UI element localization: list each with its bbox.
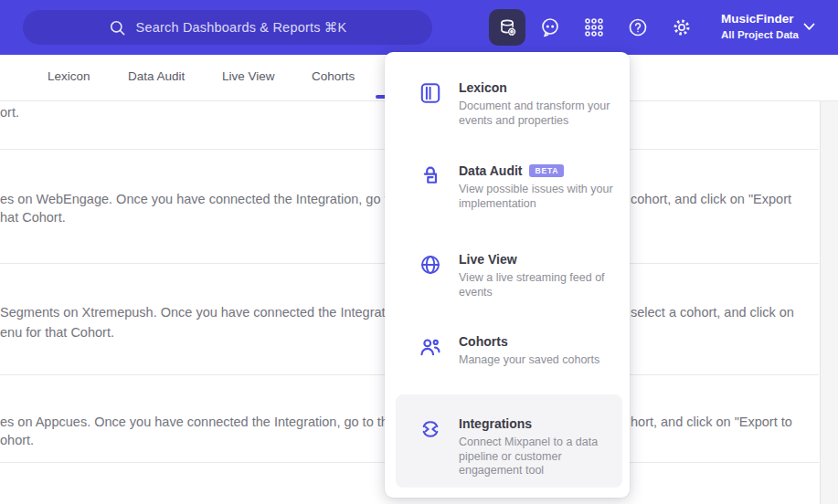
tab-data-audit[interactable]: Data Audit — [128, 69, 185, 83]
menu-item-cohorts[interactable]: Cohorts Manage your saved cohorts — [419, 334, 620, 368]
help-button[interactable] — [627, 16, 649, 38]
feedback-icon — [539, 16, 561, 38]
menu-item-data-audit[interactable]: Data AuditBETA View possible issues with… — [419, 163, 620, 211]
data-management-icon — [497, 17, 518, 38]
search-icon — [109, 19, 126, 37]
project-name: MusicFinder — [721, 12, 799, 26]
row-text-fragment: select a cohort, and click on — [631, 305, 794, 320]
project-scope: All Project Data — [721, 28, 799, 41]
cohorts-icon — [419, 335, 442, 359]
integrations-icon — [419, 417, 442, 441]
search-placeholder: Search Dashboards & Reports ⌘K — [136, 20, 347, 35]
menu-item-live-view[interactable]: Live View View a live streaming feed of … — [419, 252, 620, 299]
menu-item-description: View a live streaming feed of events — [459, 271, 616, 299]
menu-item-description: Connect Mixpanel to a data pipeline or c… — [459, 436, 616, 478]
row-text-fragment: ort. — [0, 105, 19, 121]
top-navigation-bar: Search Dashboards & Reports ⌘K — [0, 0, 838, 55]
live-view-icon — [419, 253, 442, 277]
menu-item-title: Live View — [459, 252, 616, 267]
data-audit-icon — [419, 164, 442, 188]
lexicon-icon — [419, 81, 442, 105]
apps-grid-icon — [583, 16, 605, 38]
menu-item-title: Integrations — [459, 416, 616, 431]
row-text-fragment: enu for that Cohort. — [0, 325, 114, 341]
row-text-fragment: es on WebEngage. Once you have connected… — [0, 192, 418, 207]
search-input[interactable]: Search Dashboards & Reports ⌘K — [23, 10, 432, 45]
menu-item-lexicon[interactable]: Lexicon Document and transform your even… — [419, 80, 620, 128]
project-selector[interactable]: MusicFinder All Project Data — [721, 12, 799, 41]
menu-item-title: Cohorts — [459, 334, 599, 349]
settings-icon — [671, 16, 693, 38]
tab-cohorts[interactable]: Cohorts — [312, 69, 355, 83]
feedback-button[interactable] — [539, 16, 561, 38]
tab-live-view[interactable]: Live View — [222, 69, 275, 83]
menu-item-description: Manage your saved cohorts — [459, 353, 599, 368]
settings-button[interactable] — [671, 16, 693, 38]
menu-item-title: Lexicon — [459, 80, 616, 95]
row-text-fragment: hat Cohort. — [0, 210, 66, 226]
row-text-fragment: Segments on Xtremepush. Once you have co… — [0, 305, 407, 320]
data-management-button[interactable] — [489, 9, 525, 46]
menu-item-title: Data AuditBETA — [459, 163, 616, 178]
data-management-dropdown: Lexicon Document and transform your even… — [385, 52, 630, 498]
row-text-fragment: hort, and click on "Export to — [631, 415, 792, 430]
apps-grid-button[interactable] — [583, 16, 605, 38]
row-text-fragment: cohort, and click on "Export — [631, 192, 791, 207]
beta-badge: BETA — [529, 164, 564, 177]
help-icon — [627, 16, 649, 38]
menu-item-description: Document and transform your events and p… — [459, 100, 616, 128]
chevron-down-icon[interactable] — [803, 23, 815, 31]
content-gutter — [820, 101, 838, 504]
row-text-fragment: es on Appcues. Once you have connected t… — [0, 415, 410, 430]
menu-item-integrations[interactable]: Integrations Connect Mixpanel to a data … — [419, 416, 620, 478]
tab-lexicon[interactable]: Lexicon — [48, 69, 90, 83]
menu-item-description: View possible issues with your implement… — [459, 183, 616, 211]
row-text-fragment: ohort. — [0, 433, 34, 448]
